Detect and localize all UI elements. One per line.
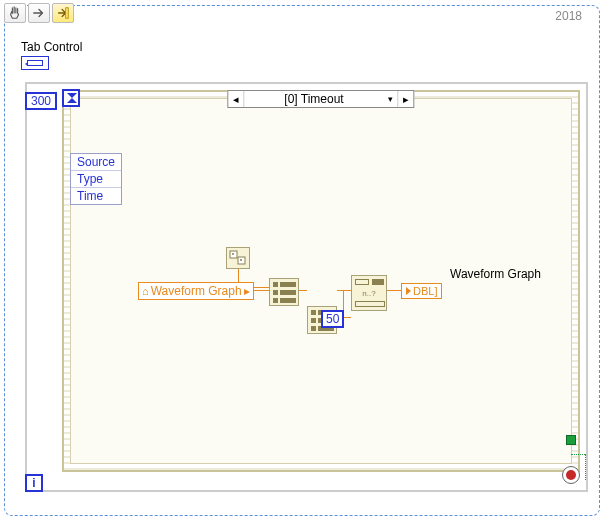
timeout-constant[interactable]: 300 [25, 92, 57, 110]
loop-stop-terminal[interactable] [562, 466, 580, 484]
waveform-graph-indicator-terminal[interactable]: DBL] [401, 283, 442, 299]
while-loop[interactable]: 300 ◂ [0] Timeout ▾ ▸ Source Type Time [25, 82, 588, 492]
points-constant[interactable]: 50 [321, 310, 344, 328]
vi-pane: 2018 Tab Control 300 ◂ [0] Timeout ▾ ▸ S… [4, 5, 600, 516]
next-case-arrow-icon[interactable]: ▸ [398, 91, 414, 107]
run-vi-button[interactable] [52, 3, 74, 23]
event-case-selector[interactable]: ◂ [0] Timeout ▾ ▸ [227, 90, 414, 108]
svg-point-3 [232, 253, 234, 255]
local-var-text: Waveform Graph [151, 284, 242, 298]
array-subset-node[interactable]: n..? [351, 275, 387, 311]
event-case-label: [0] Timeout [244, 92, 383, 106]
event-data-source[interactable]: Source [71, 154, 121, 171]
waveform-graph-local-variable[interactable]: ⌂ Waveform Graph ▸ [138, 282, 254, 300]
local-var-arrow-icon: ▸ [244, 284, 250, 298]
event-case-frame: Source Type Time ⌂ Waveform Graph ▸ [70, 98, 572, 464]
prev-case-arrow-icon[interactable]: ◂ [228, 91, 244, 107]
case-dropdown-icon[interactable]: ▾ [384, 94, 398, 104]
stop-wire-v [585, 454, 586, 480]
tab-control-terminal[interactable] [21, 56, 49, 70]
build-array-node-1[interactable] [269, 278, 299, 306]
indicator-arrow-icon [406, 287, 411, 295]
house-icon: ⌂ [142, 285, 149, 297]
stop-wire [571, 454, 585, 455]
iteration-terminal[interactable]: i [25, 474, 43, 492]
block-diagram-toolbar [4, 3, 74, 23]
step-tool-button[interactable] [28, 3, 50, 23]
waveform-graph-label: Waveform Graph [450, 267, 541, 281]
event-structure[interactable]: ◂ [0] Timeout ▾ ▸ Source Type Time ⌂ [62, 90, 580, 472]
stop-icon [566, 470, 576, 480]
pan-tool-button[interactable] [4, 3, 26, 23]
dbl-type-text: DBL] [413, 285, 437, 297]
event-data-node[interactable]: Source Type Time [70, 153, 122, 205]
labview-version-badge: 2018 [552, 9, 585, 23]
event-output-tunnel[interactable] [566, 435, 576, 445]
svg-rect-0 [66, 8, 69, 19]
tab-control-label: Tab Control [21, 40, 82, 54]
svg-point-4 [240, 259, 242, 261]
random-number-node[interactable] [226, 247, 250, 269]
event-data-type[interactable]: Type [71, 171, 121, 188]
timeout-terminal-icon[interactable] [62, 89, 80, 107]
event-data-time[interactable]: Time [71, 188, 121, 204]
